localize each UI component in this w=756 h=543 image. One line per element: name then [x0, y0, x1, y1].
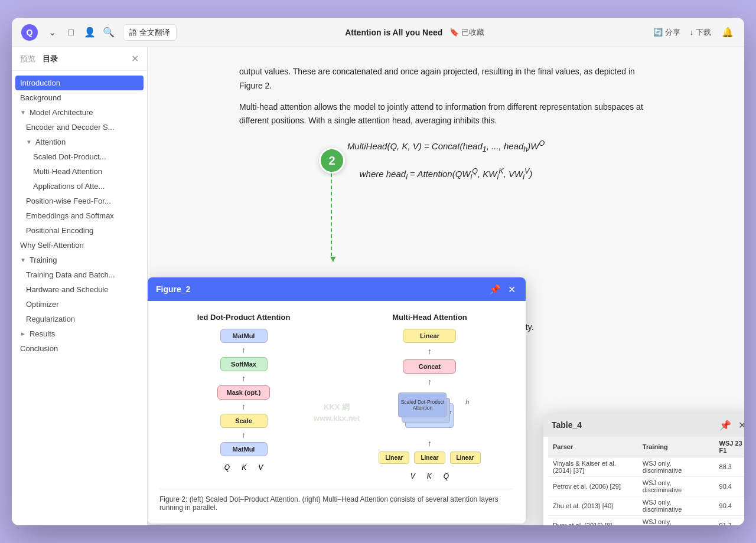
sidebar-item-training[interactable]: ▼ Training: [12, 253, 147, 267]
sidebar-item-encoder-decoder[interactable]: Encoder and Decoder S...: [12, 120, 147, 135]
sidebar-tabs: 预览 目录: [20, 54, 58, 64]
sidebar-item-multi-head-attention[interactable]: Multi-Head Attention: [12, 164, 147, 179]
bubble-annotation-2: 2: [319, 148, 345, 174]
table-row: Petrov et al. (2006) [29]WSJ only, discr…: [548, 477, 744, 496]
stacked-attention: Scaled Dot-ProductAttention Scaled Dot-P…: [397, 392, 462, 433]
sidebar-item-why-self-attention[interactable]: Why Self-Attention: [12, 238, 147, 253]
table-row: Zhu et al. (2013) [40]WSJ only, discrimi…: [548, 496, 744, 516]
training-toggle-icon: ▼: [20, 257, 26, 263]
sidebar-item-background[interactable]: Background: [12, 90, 147, 105]
linear-input-row: Linear Linear Linear: [379, 452, 480, 464]
toc-tab[interactable]: 目录: [43, 54, 58, 64]
parser-cell: Zhu et al. (2013) [40]: [548, 496, 638, 516]
parser-cell: Vinyals & Kaiser et al. (2014) [37]: [548, 457, 638, 477]
mh-k-label: K: [427, 472, 432, 480]
multi-input-labels: V K Q: [410, 472, 449, 480]
sidebar-item-optimizer[interactable]: Optimizer: [12, 297, 147, 312]
attention-diagram: MatMul ↑ SoftMax ↑ Mask (opt.) ↑ Scale ↑…: [217, 329, 269, 472]
table-modal-header: Table_4 📌 ✕: [543, 413, 744, 437]
logo-text: Q: [27, 28, 33, 37]
results-label: Results: [30, 329, 55, 338]
score-cell: 90.4: [715, 496, 744, 516]
linear-q-box: Linear: [450, 452, 481, 464]
sidebar-item-applications[interactable]: Applications of Atte...: [12, 179, 147, 194]
score-cell: 90.4: [715, 477, 744, 496]
table-close-icon[interactable]: ✕: [736, 419, 744, 431]
toggle-icon: ▼: [20, 109, 26, 116]
conclusion-label: Conclusion: [20, 344, 58, 353]
top-bar-right: 🔄 分享 ↓ 下载 🔔: [653, 25, 735, 40]
top-bar-icons: ⌄ □ 👤 🔍: [45, 25, 116, 40]
figure-modal-body: KKX 網 www.kkx.net led Dot-Product Attent…: [148, 301, 526, 524]
applications-label: Applications of Atte...: [33, 182, 105, 191]
figure-pin-icon[interactable]: 📌: [489, 283, 501, 295]
figure-right: Multi-Head Attention Linear ↑ Concat ↑ S…: [346, 313, 514, 480]
sidebar-item-conclusion[interactable]: Conclusion: [12, 341, 147, 356]
window-icon[interactable]: □: [64, 25, 78, 40]
sidebar-close-icon[interactable]: ✕: [131, 53, 139, 64]
figure-close-icon[interactable]: ✕: [506, 283, 517, 295]
notification-icon[interactable]: 🔔: [721, 25, 735, 40]
search-icon[interactable]: 🔍: [102, 25, 116, 40]
arrow-up2: ↑: [242, 374, 246, 383]
preview-tab[interactable]: 预览: [20, 54, 35, 64]
content-area[interactable]: 2 ▼ output values. These are concatenate…: [148, 47, 744, 525]
paragraph-multihead: Multi-head attention allows the model to…: [239, 100, 653, 129]
bookmark-label: 已收藏: [461, 27, 484, 38]
top-bar-center: Attention is All you Need 🔖 已收藏: [184, 27, 646, 38]
table-pin-icon[interactable]: 📌: [719, 419, 731, 431]
mh-arrow3: ↑: [428, 439, 432, 448]
table-body: Vinyals & Kaiser et al. (2014) [37]WSJ o…: [548, 457, 744, 526]
paragraph-output: output values. These are concatenated an…: [239, 65, 653, 93]
sidebar: 预览 目录 ✕ Introduction Background ▼ Model …: [12, 47, 148, 525]
score-cell: 88.3: [715, 457, 744, 477]
embeddings-label: Embeddings and Softmax: [26, 211, 114, 220]
document-title: Attention is All you Need: [345, 28, 442, 37]
translate-button[interactable]: 語 全文翻译: [123, 24, 177, 41]
table-content: Parser Training WSJ 23 F1 Vinyals & Kais…: [543, 437, 744, 525]
app-logo[interactable]: Q: [21, 24, 38, 41]
q-label: Q: [224, 463, 230, 472]
share-label: 分享: [665, 27, 680, 38]
sidebar-item-scaled-dot-product[interactable]: Scaled Dot-Product...: [12, 149, 147, 164]
download-button[interactable]: ↓ 下载: [690, 27, 712, 38]
parser-cell: Petrov et al. (2006) [29]: [548, 477, 638, 496]
figure-left: led Dot-Product Attention MatMul ↑ SoftM…: [159, 313, 328, 472]
bookmark-icon: 🔖: [449, 28, 459, 37]
matmul-bottom-box: MatMul: [220, 442, 268, 456]
attention-label: Attention: [35, 138, 66, 146]
sidebar-item-model-architecture[interactable]: ▼ Model Architecture: [12, 105, 147, 120]
training-cell: WSJ only, discriminative: [638, 477, 715, 496]
download-icon: ↓: [690, 28, 694, 37]
figure-modal-header: Figure_2 📌 ✕: [148, 277, 526, 301]
share-button[interactable]: 🔄 分享: [653, 27, 680, 38]
right-title: Multi-Head Attention: [392, 313, 467, 322]
sidebar-item-positional-encoding[interactable]: Positional Encoding: [12, 223, 147, 238]
multi-head-diagram: Linear ↑ Concat ↑ Scaled Dot-ProductAtte…: [379, 329, 480, 480]
bookmark-button[interactable]: 🔖 已收藏: [449, 27, 484, 38]
figure-2-modal: Figure_2 📌 ✕ KKX 網 www.kkx.net: [148, 277, 526, 524]
sidebar-item-attention[interactable]: ▼ Attention: [12, 135, 147, 149]
concat-box: Concat: [403, 359, 456, 374]
chevron-down-icon[interactable]: ⌄: [45, 25, 59, 40]
mask-box: Mask (opt.): [217, 385, 269, 400]
bubble-number: 2: [328, 154, 335, 168]
regularization-label: Regularization: [26, 315, 75, 323]
v-label: V: [258, 463, 263, 472]
why-self-attention-label: Why Self-Attention: [20, 241, 84, 250]
annotation-dashed-line: [331, 174, 332, 256]
sidebar-item-regularization[interactable]: Regularization: [12, 312, 147, 326]
positional-encoding-label: Positional Encoding: [26, 226, 93, 235]
sidebar-item-hardware-schedule[interactable]: Hardware and Schedule: [12, 282, 147, 297]
sidebar-item-training-data[interactable]: Training Data and Batch...: [12, 267, 147, 282]
sidebar-item-embeddings[interactable]: Embeddings and Softmax: [12, 208, 147, 223]
scale-box: Scale: [220, 414, 268, 428]
table-header: Parser Training WSJ 23 F1: [548, 437, 744, 457]
user-icon[interactable]: 👤: [83, 25, 97, 40]
table-modal-title: Table_4: [552, 420, 582, 430]
sidebar-item-introduction[interactable]: Introduction: [15, 76, 144, 90]
sidebar-item-positionwise[interactable]: Position-wise Feed-For...: [12, 194, 147, 208]
sidebar-item-results[interactable]: ► Results: [12, 326, 147, 341]
figure-modal-title: Figure_2: [156, 284, 190, 294]
share-icon: 🔄: [653, 28, 663, 37]
